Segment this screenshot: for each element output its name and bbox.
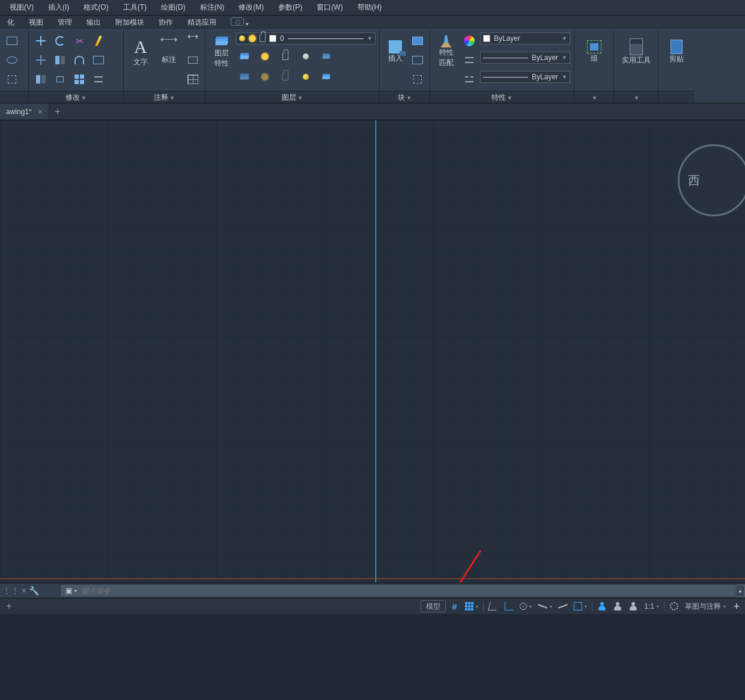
table-tool[interactable] [184,71,201,88]
layer-match-button[interactable] [318,48,335,65]
rectangle-tool[interactable] [4,32,20,49]
mirror-tool[interactable] [52,52,68,68]
layer-on-button[interactable] [297,68,314,85]
command-bar-handle[interactable]: ⋮⋮ × 🔧 [0,586,60,595]
fillet-tool[interactable] [71,52,88,68]
hatch-tool[interactable] [4,71,20,88]
panel-annotate-title[interactable]: 注释▼ [124,91,205,103]
object-color-button[interactable] [461,32,478,49]
ellipse-tool[interactable] [4,52,20,68]
layer-iso-button[interactable] [236,48,253,65]
handle-close-icon[interactable]: × [22,586,26,595]
clipboard-button[interactable]: 剪贴 [662,32,691,71]
handle-wrench-icon[interactable]: 🔧 [29,586,39,595]
layer-uniso-button[interactable] [236,68,253,85]
layer-properties-button[interactable]: 图层 特性 [209,32,234,71]
command-input-wrapper[interactable]: ▣▾ [60,584,735,597]
stretch-tool[interactable] [32,71,49,88]
rotate-tool[interactable] [52,32,68,49]
model-space-button[interactable]: 模型 [421,600,446,612]
leader-tool[interactable] [184,32,201,49]
menu-dim[interactable]: 标注(N) [194,0,231,15]
close-tab-button[interactable]: × [38,107,43,117]
menu-view[interactable]: 视图(V) [4,0,40,15]
highlight-tool[interactable] [90,32,107,49]
panel-properties-title[interactable]: 特性▼ [430,91,574,103]
trim-tool[interactable]: ✂ [71,32,88,49]
layer-lock-button[interactable] [277,48,294,65]
array-tool[interactable] [71,71,88,88]
snap-mode-toggle[interactable]: ▾ [463,598,481,614]
customization-button[interactable]: + [729,598,744,614]
menu-format[interactable]: 格式(O) [78,0,114,15]
mleader-tool[interactable] [184,52,201,68]
drawing-canvas[interactable]: 西 捕捉到图形栅格 - 开 SNAPMODE (F9) [0,120,745,583]
annoscale-person1-toggle[interactable] [595,598,609,614]
panel-modify-title[interactable]: 修改▼ [29,91,123,103]
color-dropdown[interactable]: ByLayer ▼ [480,32,570,44]
menu-insert[interactable]: 插入(I) [42,0,75,15]
panel-group-title[interactable]: ▼ [574,91,613,103]
lineweight-dropdown[interactable]: ByLayer ▼ [480,52,570,64]
otrack-toggle[interactable]: ▾ [571,598,589,614]
infer-constraints-toggle[interactable] [486,598,500,614]
menu-draw[interactable]: 绘图(D) [155,0,192,15]
copy-tool[interactable] [32,52,49,68]
ribbon-tab-addins[interactable]: 附加模块 [108,15,151,30]
command-history-button[interactable]: ▲ [735,585,745,597]
ribbon-tab-camera[interactable]: ▾ [224,15,256,30]
insert-block-button[interactable]: 插入 [383,32,407,71]
ribbon-tab-manage[interactable]: 管理 [50,15,79,30]
workspace-gear-button[interactable] [667,598,681,614]
grid-display-toggle[interactable]: # [447,598,461,614]
ribbon-tab-output[interactable]: 输出 [79,15,108,30]
isoplane-toggle[interactable]: ▾ [535,598,555,614]
polar-toggle[interactable]: ▾ [517,598,534,614]
block-edit-button[interactable] [409,52,426,68]
new-document-tab-button[interactable]: + [49,106,66,117]
linetype-dropdown[interactable]: ByLayer ▼ [480,71,570,83]
ribbon-tab-view[interactable]: 视图 [22,15,50,30]
align-tool[interactable] [90,71,107,88]
menu-param[interactable]: 参数(P) [272,0,308,15]
menu-tools[interactable]: 工具(T) [117,0,153,15]
ribbon-tab-featured[interactable]: 精选应用 [180,15,224,30]
layer-freeze-button[interactable] [257,48,273,65]
menu-help[interactable]: 帮助(H) [351,0,388,15]
layer-dropdown[interactable]: 0 ▼ [236,32,376,44]
osnap-toggle[interactable] [556,598,570,614]
panel-clip-title[interactable] [658,91,695,103]
layer-off-button[interactable] [297,48,314,65]
panel-layers-title[interactable]: 图层▼ [205,91,379,103]
ortho-toggle[interactable] [502,598,516,614]
linetype-button[interactable] [461,71,478,88]
scale-display[interactable]: 1:1▾ [642,598,661,614]
scale-tool[interactable] [52,71,68,88]
move-tool[interactable] [32,32,49,49]
ribbon-tab-0[interactable]: 化 [0,15,22,30]
command-input[interactable] [82,586,730,595]
ribbon-tab-collab[interactable]: 协作 [151,15,180,30]
dimension-tool[interactable]: 标注 [156,32,183,71]
group-button[interactable]: 组 [581,32,607,71]
block-create-button[interactable] [409,32,426,49]
annoscale-person2-toggle[interactable] [610,598,625,614]
layer-thaw-button[interactable] [257,68,273,85]
view-cube[interactable]: 西 [678,144,745,216]
annoscale-person3-toggle[interactable] [626,598,640,614]
lineweight-button[interactable] [461,52,478,68]
menu-window[interactable]: 窗口(W) [311,0,348,15]
text-tool[interactable]: A 文字 [127,32,154,71]
workspace-switch-button[interactable]: 草图与注释▾ [683,598,728,614]
utilities-button[interactable]: 实用工具 [618,32,654,71]
command-prompt-icon[interactable]: ▣▾ [65,586,77,595]
panel-block-title[interactable]: 块▼ [380,91,430,103]
offset-tool[interactable] [90,52,107,68]
block-attr-button[interactable] [409,71,426,88]
layer-unlock-button[interactable] [277,68,294,85]
match-properties-button[interactable]: 特性 匹配 [434,32,458,71]
panel-draw-title[interactable] [0,91,28,103]
menu-modify[interactable]: 修改(M) [233,0,270,15]
document-tab[interactable]: awing1* × [0,103,49,120]
layer-states-button[interactable] [318,68,335,85]
